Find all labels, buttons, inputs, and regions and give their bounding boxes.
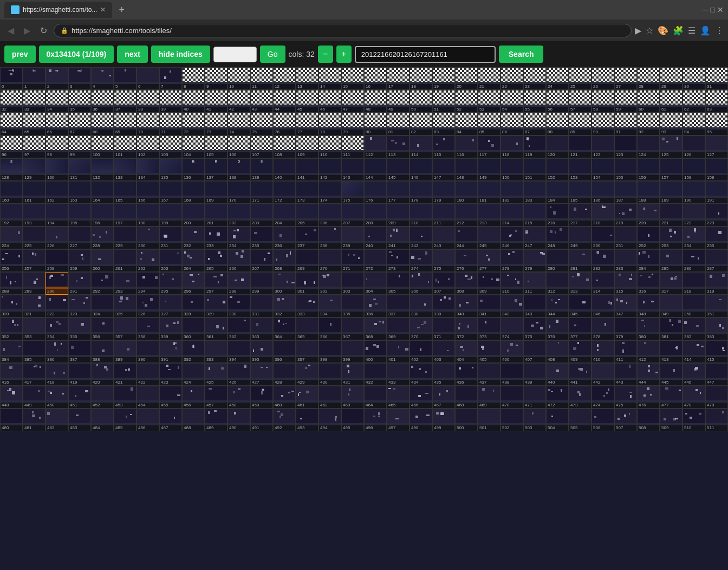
tile-cell[interactable]: 270 xyxy=(318,249,341,272)
tile-cell[interactable]: 184 xyxy=(546,181,569,204)
tile-cell[interactable]: 16 xyxy=(364,67,387,90)
tile-cell[interactable]: 399 xyxy=(341,340,364,363)
back-button[interactable]: ◀ xyxy=(4,23,17,38)
tile-cell[interactable]: 92 xyxy=(637,113,660,135)
tile-cell[interactable]: 363 xyxy=(250,318,273,340)
tile-cell[interactable]: 374 xyxy=(500,318,523,340)
reload-button[interactable]: ↻ xyxy=(37,23,50,38)
tile-cell[interactable]: 197 xyxy=(114,204,136,226)
tile-cell[interactable]: 299 xyxy=(250,272,273,295)
tile-cell[interactable]: 385 xyxy=(23,340,46,363)
tile-cell[interactable]: 327 xyxy=(159,295,182,318)
bookmark-icon[interactable]: ☆ xyxy=(646,25,653,36)
forward-button[interactable]: ▶ xyxy=(21,23,34,38)
tile-cell[interactable]: 402 xyxy=(410,340,432,363)
tile-cell[interactable]: 416 xyxy=(0,363,23,386)
tile-cell[interactable]: 355 xyxy=(68,318,91,340)
tile-cell[interactable]: 440 xyxy=(546,363,569,386)
tile-cell[interactable]: 261 xyxy=(114,249,136,272)
tile-cell[interactable]: 209 xyxy=(387,204,410,226)
tile-cell[interactable]: 177 xyxy=(387,181,410,204)
tile-cell[interactable]: 292 xyxy=(91,272,114,295)
tile-cell[interactable]: 476 xyxy=(637,386,660,409)
tile-cell[interactable]: 39 xyxy=(159,90,182,113)
tile-cell[interactable]: 451 xyxy=(68,386,91,409)
tile-cell[interactable]: 252 xyxy=(637,226,660,249)
tile-cell[interactable]: 117 xyxy=(478,135,500,158)
tile-cell[interactable]: 243 xyxy=(432,226,455,249)
tile-cell[interactable]: 329 xyxy=(205,295,227,318)
tile-cell[interactable]: 241 xyxy=(387,226,410,249)
tile-cell[interactable]: 81 xyxy=(387,113,410,135)
tile-cell[interactable]: 96 xyxy=(0,135,23,158)
tile-cell[interactable]: 439 xyxy=(523,363,546,386)
tile-cell[interactable]: 506 xyxy=(592,409,614,431)
tile-cell[interactable]: en34 xyxy=(46,90,68,113)
tile-cell[interactable]: ✦66 xyxy=(46,113,68,135)
tile-cell[interactable]: 101 xyxy=(114,135,136,158)
tile-cell[interactable]: 126 xyxy=(682,135,705,158)
tile-cell[interactable]: 5 xyxy=(114,67,136,90)
tile-cell[interactable]: 464 xyxy=(364,386,387,409)
tile-cell[interactable]: 470 xyxy=(500,386,523,409)
tile-cell[interactable]: 471 xyxy=(523,386,546,409)
tile-cell[interactable]: 387 xyxy=(68,340,91,363)
puzzle-icon[interactable]: 🧩 xyxy=(673,25,684,36)
tile-cell[interactable]: 284 xyxy=(637,249,660,272)
tile-grid-container[interactable]: —N0in1te2nd3o456789101112131415161718192… xyxy=(0,67,728,570)
tile-cell[interactable]: 205 xyxy=(296,204,318,226)
tile-cell[interactable]: 499 xyxy=(432,409,455,431)
tile-cell[interactable]: 196 xyxy=(91,204,114,226)
tile-cell[interactable]: 43 xyxy=(250,90,273,113)
tile-cell[interactable]: 326 xyxy=(136,295,159,318)
tile-cell[interactable]: 492 xyxy=(273,409,296,431)
tile-cell[interactable]: 122 xyxy=(592,135,614,158)
tile-cell[interactable]: 462 xyxy=(318,386,341,409)
tile-cell[interactable]: 218 xyxy=(592,204,614,226)
tile-cell[interactable]: 429 xyxy=(296,363,318,386)
tile-cell[interactable]: 143 xyxy=(341,158,364,181)
tile-cell[interactable]: 350 xyxy=(682,295,705,318)
tile-cell[interactable]: 192 xyxy=(0,204,23,226)
tile-cell[interactable]: 58 xyxy=(592,90,614,113)
tile-cell[interactable]: 228 xyxy=(91,226,114,249)
tile-cell[interactable]: 349 xyxy=(660,295,682,318)
tile-cell[interactable]: 203 xyxy=(250,204,273,226)
cols-plus-button[interactable]: + xyxy=(336,46,352,63)
tile-cell[interactable]: 204 xyxy=(273,204,296,226)
tile-cell[interactable]: 340 xyxy=(455,295,478,318)
tile-cell[interactable]: 358 xyxy=(136,318,159,340)
tile-cell[interactable]: 90 xyxy=(592,113,614,135)
tile-cell[interactable]: 273 xyxy=(387,249,410,272)
tile-cell[interactable]: 271 xyxy=(341,249,364,272)
tile-cell[interactable]: ts35 xyxy=(68,90,91,113)
tile-cell[interactable]: 165 xyxy=(114,181,136,204)
tile-cell[interactable]: 348 xyxy=(637,295,660,318)
tile-cell[interactable]: 132 xyxy=(91,158,114,181)
tile-cell[interactable]: 455 xyxy=(159,386,182,409)
tile-cell[interactable]: 365 xyxy=(296,318,318,340)
tile-cell[interactable]: 167 xyxy=(159,181,182,204)
tile-cell[interactable]: 310 xyxy=(500,272,523,295)
tile-cell[interactable]: 483 xyxy=(68,409,91,431)
tile-cell[interactable]: 168 xyxy=(182,181,205,204)
tile-cell[interactable]: 113 xyxy=(387,135,410,158)
tile-cell[interactable]: 388 xyxy=(91,340,114,363)
tile-cell[interactable]: 484 xyxy=(91,409,114,431)
tile-cell[interactable]: 367 xyxy=(341,318,364,340)
tile-cell[interactable]: 281 xyxy=(569,249,592,272)
hash-input[interactable] xyxy=(355,46,496,63)
tile-cell[interactable]: 166 xyxy=(136,181,159,204)
tile-cell[interactable]: 458 xyxy=(227,386,250,409)
tile-cell[interactable]: 311 xyxy=(523,272,546,295)
tile-cell[interactable]: 24 xyxy=(546,67,569,90)
tile-cell[interactable]: 407 xyxy=(523,340,546,363)
tile-cell[interactable]: 224 xyxy=(0,226,23,249)
tile-cell[interactable]: 352 xyxy=(0,318,23,340)
tile-cell[interactable]: 410 xyxy=(592,340,614,363)
tile-cell[interactable]: S139 xyxy=(250,158,273,181)
tile-cell[interactable]: 338 xyxy=(410,295,432,318)
tile-cell[interactable]: 383 xyxy=(705,318,728,340)
tile-cell[interactable]: 398 xyxy=(318,340,341,363)
tile-cell[interactable]: 511 xyxy=(705,409,728,431)
